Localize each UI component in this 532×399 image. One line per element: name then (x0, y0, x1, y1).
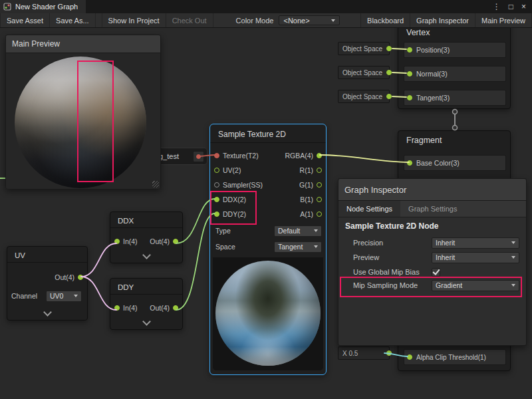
chevron-down-icon (74, 295, 78, 297)
sample-texture-2d-node[interactable]: Sample Texture 2D Texture(T2) RGBA(4) UV… (209, 124, 327, 375)
space-dropdown[interactable]: Tangent (274, 241, 322, 253)
tangent-binding-dropdown[interactable]: Object Space (338, 90, 390, 103)
collapse-chevron-icon[interactable] (142, 251, 151, 259)
window-menu-icon[interactable]: ⋮ (493, 0, 501, 13)
vertex-node[interactable]: Vertex Position(3) Normal(3) Tangent(3) (398, 23, 511, 109)
ddy-in-port[interactable] (114, 305, 120, 311)
main-preview-header[interactable]: Main Preview (6, 35, 160, 53)
toolbar: Save Asset Save As... Show In Project Ch… (0, 13, 532, 28)
uv-input-port[interactable] (214, 168, 219, 173)
value-port[interactable] (386, 350, 392, 356)
binding-label: Object Space (342, 69, 382, 76)
ddx-node[interactable]: DDX In(4) Out(4) (110, 211, 183, 263)
r-output-port[interactable] (317, 168, 322, 173)
precision-value: Inherit (436, 239, 455, 247)
rgba-output-port[interactable] (317, 153, 322, 158)
mip-mode-label: Mip Sampling Mode (345, 281, 418, 289)
texture-input-port[interactable] (214, 153, 219, 158)
port-row-normal: Normal(3) (404, 66, 506, 82)
type-label: Type (215, 227, 231, 235)
space-value: Tangent (278, 243, 303, 251)
binding-port[interactable] (386, 94, 392, 99)
type-value: Default (278, 227, 300, 235)
ddx-out-port[interactable] (173, 239, 178, 244)
normal-binding-dropdown[interactable]: Object Space (338, 66, 390, 79)
preview-value: Inherit (436, 253, 455, 261)
a-output-port[interactable] (317, 211, 322, 217)
color-mode-dropdown[interactable]: <None> (279, 15, 340, 25)
uv-node-title: UV (7, 247, 87, 263)
save-as-button[interactable]: Save As... (50, 13, 96, 27)
window-controls: ⋮ □ × (493, 0, 532, 13)
resize-grip-icon[interactable] (152, 181, 159, 188)
output-label: B(1) (300, 196, 313, 203)
ddy-input-port[interactable] (214, 211, 219, 217)
tab-graph-settings[interactable]: Graph Settings (400, 201, 465, 217)
output-label: G(1) (299, 181, 313, 189)
uv-node[interactable]: UV Out(4) Channel UV0 (7, 246, 88, 321)
uv-out-port[interactable] (78, 275, 83, 280)
type-dropdown[interactable]: Default (274, 225, 322, 237)
shader-graph-icon (3, 3, 11, 11)
ddx-in-port[interactable] (114, 239, 120, 244)
binding-port[interactable] (386, 46, 392, 51)
ddy-out-port[interactable] (173, 305, 178, 311)
uv-out-row: Out(4) (11, 269, 83, 285)
inspector-header[interactable]: Graph Inspector (338, 179, 526, 201)
collapse-chevron-icon[interactable] (142, 317, 151, 326)
alpha-clip-value-field[interactable]: X 0.5 (338, 346, 390, 360)
type-row: Type Default (215, 224, 322, 237)
preview-sphere (215, 261, 321, 366)
port-label: Normal(3) (416, 70, 448, 78)
tangent-input-port[interactable] (407, 95, 412, 100)
channel-row: Channel UV0 (11, 289, 82, 303)
texture-output-port[interactable] (196, 154, 201, 159)
sampler-input-port[interactable] (214, 182, 219, 188)
graph-inspector-toggle-button[interactable]: Graph Inspector (410, 13, 475, 27)
chevron-down-icon (314, 229, 318, 232)
collapse-chevron-icon[interactable] (43, 308, 52, 317)
main-preview-toggle-button[interactable]: Main Preview (475, 13, 532, 27)
g-output-port[interactable] (317, 182, 322, 188)
mip-mode-dropdown[interactable]: Gradient (432, 280, 519, 291)
show-in-project-button[interactable]: Show In Project (102, 13, 166, 27)
main-preview-panel: Main Preview (5, 35, 161, 189)
mip-bias-checkbox[interactable] (432, 268, 440, 277)
position-binding-dropdown[interactable]: Object Space (338, 42, 390, 55)
normal-input-port[interactable] (407, 71, 412, 76)
ddy-node[interactable]: DDY In(4) Out(4) (110, 278, 183, 330)
mip-mode-row: Mip Sampling Mode Gradient (345, 279, 519, 292)
channel-label: Channel (11, 292, 41, 300)
window-close-icon[interactable]: × (521, 0, 526, 13)
property-port-box (193, 151, 204, 162)
port-row-1: UV(2) R(1) (213, 163, 323, 178)
document-tab[interactable]: New Shader Graph (0, 0, 86, 13)
binding-port[interactable] (386, 70, 392, 75)
blackboard-toggle-button[interactable]: Blackboard (360, 13, 410, 27)
save-asset-button[interactable]: Save Asset (0, 13, 50, 27)
toolbar-spacer (340, 13, 360, 27)
preview-dropdown[interactable]: Inherit (432, 252, 519, 263)
position-input-port[interactable] (407, 47, 412, 53)
ddx-input-port[interactable] (214, 197, 219, 202)
mip-bias-label: Use Global Mip Bias (345, 268, 420, 276)
output-label: RGBA(4) (285, 152, 313, 160)
check-out-button: Check Out (166, 13, 213, 27)
ddx-io-row: In(4) Out(4) (114, 233, 178, 249)
tab-node-settings[interactable]: Node Settings (338, 201, 400, 217)
port-row-0: Texture(T2) RGBA(4) (213, 148, 323, 163)
chevron-down-icon (331, 19, 335, 22)
base-color-input-port[interactable] (407, 160, 412, 166)
ddx-collapse-strip (110, 252, 182, 261)
input-label: DDX(2) (223, 196, 246, 203)
channel-dropdown[interactable]: UV0 (46, 291, 82, 302)
alpha-clip-input-port[interactable] (407, 354, 412, 360)
port-row-base-color: Base Color(3) (404, 155, 506, 171)
preview-label: Preview (345, 253, 379, 261)
window-maximize-icon[interactable]: □ (509, 0, 513, 13)
b-output-port[interactable] (317, 197, 322, 202)
preview-row: Preview Inherit (345, 251, 519, 264)
precision-dropdown[interactable]: Inherit (432, 237, 519, 249)
port-label: Position(3) (416, 46, 450, 54)
chevron-down-icon (511, 284, 515, 287)
